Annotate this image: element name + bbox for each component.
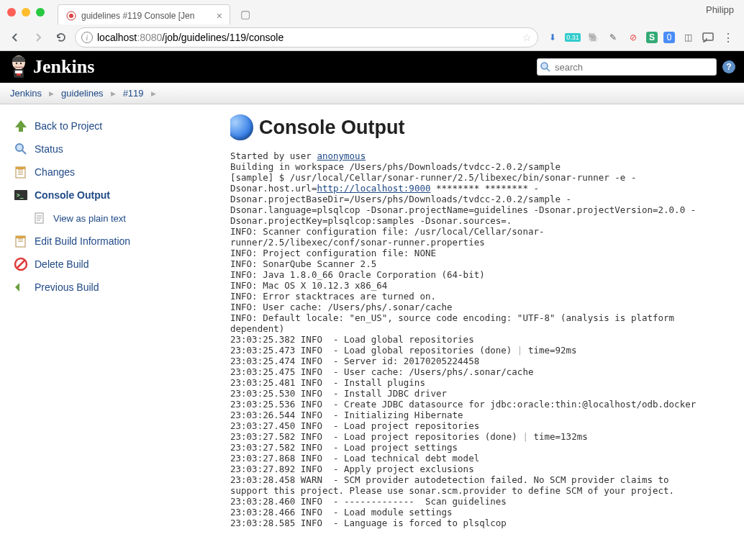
extension-icon[interactable]: 0 xyxy=(663,32,675,43)
sidebar-item-plain-text[interactable]: View as plain text xyxy=(29,207,223,230)
profile-name[interactable]: Philipp xyxy=(706,4,734,15)
search-input[interactable] xyxy=(537,58,717,76)
extension-icon[interactable]: S xyxy=(646,32,658,43)
forward-button[interactable] xyxy=(29,28,47,47)
jenkins-header: Jenkins ? xyxy=(0,51,744,83)
extension-icon[interactable]: 🐘 xyxy=(586,30,600,45)
help-icon[interactable]: ? xyxy=(722,60,735,73)
jenkins-logo[interactable]: Jenkins xyxy=(9,55,94,79)
svg-rect-2 xyxy=(703,33,713,40)
svg-point-7 xyxy=(20,63,22,64)
toolbar: i localhost:8080/job/guidelines/119/cons… xyxy=(0,24,744,50)
sidebar-label: Changes xyxy=(35,166,75,178)
jenkins-title: Jenkins xyxy=(33,56,94,78)
site-info-icon[interactable]: i xyxy=(81,32,93,43)
sidebar-label: Console Output xyxy=(35,189,110,201)
extension-icon[interactable]: 0.31 xyxy=(566,30,580,45)
menu-icon[interactable]: ⋮ xyxy=(721,30,735,45)
sidebar-item-edit[interactable]: Edit Build Information xyxy=(10,230,223,253)
tab-close-button[interactable]: × xyxy=(217,10,222,22)
extension-icon[interactable]: ⬇ xyxy=(545,30,560,45)
sidebar: Back to Project Status Changes >_ Consol… xyxy=(0,104,230,560)
breadcrumb-build[interactable]: #119 xyxy=(123,88,144,99)
terminal-icon: >_ xyxy=(13,187,29,203)
search-icon xyxy=(540,61,551,73)
sidebar-label: Back to Project xyxy=(35,120,102,132)
sidebar-item-changes[interactable]: Changes xyxy=(10,161,223,184)
browser-chrome: guidelines #119 Console [Jen × ▢ Philipp… xyxy=(0,0,744,51)
left-arrow-icon xyxy=(13,279,29,295)
tab-title: guidelines #119 Console [Jen xyxy=(81,11,212,21)
extension-icon[interactable]: ◫ xyxy=(681,30,695,45)
console-output: Started by user anonymousBuilding in wor… xyxy=(230,150,732,528)
notepad-icon xyxy=(13,233,29,249)
svg-line-10 xyxy=(547,68,550,71)
svg-text:>_: >_ xyxy=(17,192,24,199)
chevron-right-icon: ▶ xyxy=(49,90,54,97)
sidebar-label: View as plain text xyxy=(53,213,126,224)
breadcrumb: Jenkins ▶ guidelines ▶ #119 ▶ xyxy=(0,83,744,104)
notepad-icon xyxy=(13,164,29,180)
sidebar-item-back[interactable]: Back to Project xyxy=(10,114,223,137)
svg-rect-17 xyxy=(16,167,25,169)
user-link[interactable]: anonymous xyxy=(317,150,366,161)
build-status-orb-icon xyxy=(230,114,253,140)
new-tab-button[interactable]: ▢ xyxy=(236,8,255,21)
url-text: localhost:8080/job/guidelines/119/consol… xyxy=(97,32,283,43)
sidebar-label: Edit Build Information xyxy=(35,235,130,247)
sidebar-label: Status xyxy=(35,143,63,155)
window-close-button[interactable] xyxy=(7,8,16,17)
back-button[interactable] xyxy=(6,28,24,47)
url-link[interactable]: http://localhost:9000 xyxy=(317,183,430,194)
bookmark-star-icon[interactable]: ☆ xyxy=(522,32,532,43)
browser-tab[interactable]: guidelines #119 Console [Jen × xyxy=(58,4,230,24)
document-icon xyxy=(32,210,47,226)
svg-point-1 xyxy=(69,14,73,18)
sidebar-label: Previous Build xyxy=(35,281,99,293)
svg-rect-27 xyxy=(16,236,25,238)
svg-point-6 xyxy=(16,63,17,64)
search-icon xyxy=(13,141,29,157)
cast-icon[interactable] xyxy=(701,30,715,45)
chevron-right-icon: ▶ xyxy=(111,90,116,97)
address-bar[interactable]: i localhost:8080/job/guidelines/119/cons… xyxy=(75,27,538,48)
delete-icon xyxy=(13,256,29,272)
sidebar-item-delete[interactable]: Delete Build xyxy=(10,253,223,276)
extension-icon[interactable]: ⊘ xyxy=(626,30,640,45)
jenkins-butler-icon xyxy=(9,55,29,79)
reload-button[interactable] xyxy=(52,28,71,47)
chevron-right-icon: ▶ xyxy=(151,90,156,97)
sidebar-label: Delete Build xyxy=(35,258,89,270)
svg-rect-5 xyxy=(15,71,22,73)
breadcrumb-project[interactable]: guidelines xyxy=(61,88,104,99)
svg-point-9 xyxy=(541,63,548,69)
header-search: ? xyxy=(537,58,735,76)
jenkins-favicon xyxy=(65,10,77,22)
up-arrow-icon xyxy=(13,118,29,134)
svg-rect-8 xyxy=(17,73,21,76)
sidebar-item-previous[interactable]: Previous Build xyxy=(10,276,223,299)
window-zoom-button[interactable] xyxy=(36,8,45,17)
body: Back to Project Status Changes >_ Consol… xyxy=(0,104,744,560)
svg-line-12 xyxy=(22,150,26,154)
window-minimize-button[interactable] xyxy=(22,8,30,17)
extension-icon[interactable]: ✎ xyxy=(606,30,620,45)
extensions: ⬇ 0.31 🐘 ✎ ⊘ S 0 ◫ ⋮ xyxy=(543,30,738,45)
sidebar-item-console[interactable]: >_ Console Output xyxy=(10,184,223,207)
title-bar: guidelines #119 Console [Jen × ▢ Philipp xyxy=(0,0,744,24)
main-content: Console Output Started by user anonymous… xyxy=(230,104,744,560)
breadcrumb-root[interactable]: Jenkins xyxy=(10,88,42,99)
sidebar-item-status[interactable]: Status xyxy=(10,137,223,161)
page-title: Console Output xyxy=(259,117,404,139)
svg-point-11 xyxy=(16,144,23,151)
